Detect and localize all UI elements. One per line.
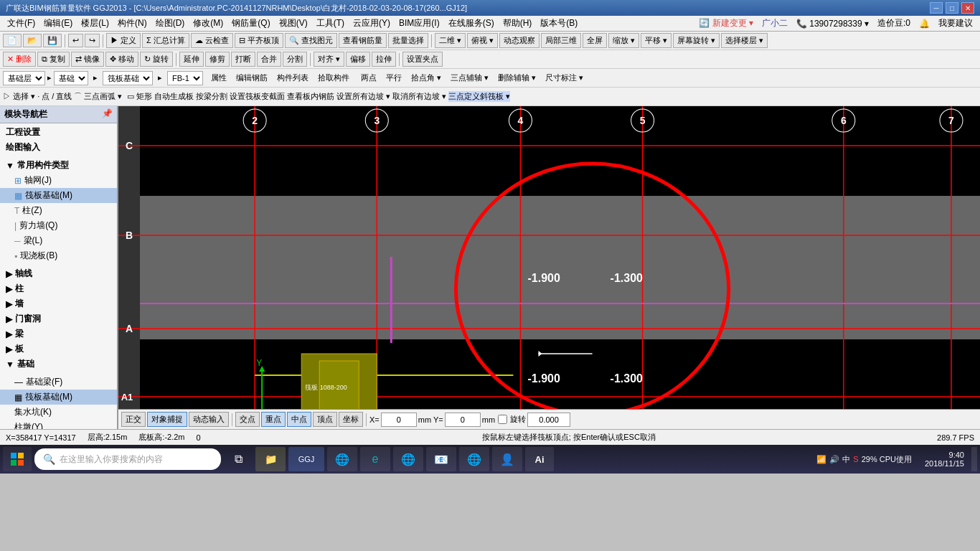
tb-set-vertex[interactable]: 设置夹点 bbox=[402, 52, 443, 67]
tb-save[interactable]: 💾 bbox=[43, 34, 62, 47]
taskbar-file-mgr[interactable]: 📁 bbox=[255, 447, 286, 471]
menu-phone[interactable]: 📞 13907298339 ▾ bbox=[792, 17, 873, 30]
tb-view-rebar[interactable]: 查看钢筋量 bbox=[339, 33, 387, 48]
tb-pick-angle[interactable]: 拾点角 ▾ bbox=[407, 72, 445, 84]
nav-common-header[interactable]: ▼ 常用构件类型 bbox=[0, 158, 117, 173]
tb-auto-gen[interactable]: 自动生成板 bbox=[154, 91, 194, 102]
nav-beam-header[interactable]: ▶ 梁 bbox=[0, 326, 117, 342]
start-button[interactable] bbox=[3, 447, 32, 471]
menu-file[interactable]: 文件(F) bbox=[3, 16, 39, 31]
maximize-button[interactable]: □ bbox=[946, 2, 958, 14]
center-btn[interactable]: 中点 bbox=[287, 412, 311, 427]
tb-comp-list[interactable]: 构件列表 bbox=[273, 72, 312, 84]
tb-copy[interactable]: ⧉ 复制 bbox=[37, 52, 70, 67]
show-desktop-btn[interactable] bbox=[971, 447, 977, 471]
tb-undo[interactable]: ↩ bbox=[68, 34, 83, 47]
tb-rotate[interactable]: ↻ 旋转 bbox=[140, 52, 173, 67]
menu-cost[interactable]: 造价豆:0 bbox=[873, 16, 915, 31]
minimize-button[interactable]: ─ bbox=[930, 2, 943, 14]
close-button[interactable]: ✕ bbox=[961, 2, 974, 14]
tb-view-top[interactable]: 俯视 ▾ bbox=[467, 33, 498, 48]
tb-offset[interactable]: 偏移 bbox=[346, 52, 370, 67]
nav-shear-wall[interactable]: | 剪力墙(Q) bbox=[0, 218, 117, 233]
tb-rect[interactable]: ▭ 矩形 bbox=[127, 91, 152, 102]
tb-2d[interactable]: 二维 ▾ bbox=[435, 33, 466, 48]
tb-move[interactable]: ✥ 移动 bbox=[105, 52, 138, 67]
intersection-btn[interactable]: 交点 bbox=[235, 412, 260, 427]
tb-del-axis[interactable]: 删除辅轴 ▾ bbox=[494, 72, 540, 84]
y-input[interactable] bbox=[445, 413, 481, 427]
tray-network[interactable]: 📶 bbox=[816, 455, 826, 464]
taskbar-user[interactable]: 👤 bbox=[492, 447, 522, 471]
menu-modify[interactable]: 修改(M) bbox=[189, 16, 227, 31]
tb-set-all-slope[interactable]: 设置所有边坡 ▾ bbox=[336, 91, 390, 102]
panel-pin-icon[interactable]: 📌 bbox=[102, 108, 113, 121]
tb-edit-rebar[interactable]: 编辑钢筋 bbox=[232, 72, 271, 84]
nav-foundation-header[interactable]: ▼ 基础 bbox=[0, 357, 117, 372]
tb-dynamic[interactable]: 动态观察 bbox=[499, 33, 540, 48]
menu-component[interactable]: 构件(N) bbox=[113, 16, 151, 31]
tb-arc[interactable]: ⌒ 三点画弧 ▾ bbox=[74, 91, 122, 102]
menu-online[interactable]: 在线服务(S) bbox=[444, 16, 499, 31]
tb-point[interactable]: · 点 bbox=[37, 91, 50, 102]
layer-select[interactable]: 基础层 bbox=[3, 71, 45, 85]
menu-floor[interactable]: 楼层(L) bbox=[77, 16, 113, 31]
tb-set-section[interactable]: 设置筏板变截面 bbox=[230, 91, 285, 102]
tb-property[interactable]: 属性 bbox=[207, 72, 230, 84]
tb-pan[interactable]: 平移 ▾ bbox=[641, 33, 672, 48]
tb-open[interactable]: 📂 bbox=[23, 34, 42, 47]
nav-sump[interactable]: 集水坑(K) bbox=[0, 405, 117, 420]
tb-delete[interactable]: ✕ 删除 bbox=[3, 52, 36, 67]
component-type-select[interactable]: 筏板基础 bbox=[103, 71, 153, 85]
nav-raft-foundation[interactable]: ▦ 筏板基础(M) bbox=[0, 188, 117, 203]
tb-mirror[interactable]: ⇄ 镜像 bbox=[71, 52, 104, 67]
object-snap-btn[interactable]: 对象捕捉 bbox=[147, 412, 187, 427]
dynamic-input-btn[interactable]: 动态输入 bbox=[189, 412, 229, 427]
tb-view-slab-rebar[interactable]: 查看板内钢筋 bbox=[287, 91, 334, 102]
taskbar-ie[interactable]: e bbox=[360, 447, 390, 471]
tb-three-point-axis[interactable]: 三点辅轴 ▾ bbox=[447, 72, 492, 84]
taskbar-email[interactable]: 📧 bbox=[426, 447, 456, 471]
tray-antivirus[interactable]: S bbox=[853, 455, 858, 463]
tb-find[interactable]: 🔍 查找图元 bbox=[285, 33, 337, 48]
nav-beam[interactable]: ─ 梁(L) bbox=[0, 233, 117, 248]
tb-batch-select[interactable]: 批量选择 bbox=[388, 33, 428, 48]
tb-align[interactable]: 对齐 ▾ bbox=[314, 52, 344, 67]
x-input[interactable] bbox=[381, 413, 417, 427]
menu-help[interactable]: 帮助(H) bbox=[499, 16, 537, 31]
tb-local-3d[interactable]: 局部三维 bbox=[541, 33, 581, 48]
tb-pick-comp[interactable]: 拾取构件 bbox=[314, 72, 353, 84]
tb-redo[interactable]: ↪ bbox=[85, 34, 100, 47]
tb-split[interactable]: 分割 bbox=[283, 52, 307, 67]
nav-col-header[interactable]: ▶ 柱 bbox=[0, 281, 117, 296]
tb-cancel-all-slope[interactable]: 取消所有边坡 ▾ bbox=[392, 91, 446, 102]
menu-cloud[interactable]: 云应用(Y) bbox=[349, 16, 395, 31]
vertex-btn[interactable]: 顶点 bbox=[313, 412, 337, 427]
task-view-btn[interactable]: ⧉ bbox=[224, 447, 253, 471]
menu-bim[interactable]: BIM应用(I) bbox=[395, 16, 444, 31]
nav-axis-header[interactable]: ▶ 轴线 bbox=[0, 266, 117, 281]
orthogonal-btn[interactable]: 正交 bbox=[121, 412, 146, 427]
nav-wall-header[interactable]: ▶ 墙 bbox=[0, 296, 117, 311]
nav-project-settings[interactable]: 工程设置 bbox=[0, 125, 117, 140]
menu-tools[interactable]: 工具(T) bbox=[312, 16, 349, 31]
menu-guangxiao[interactable]: 广小二 bbox=[758, 16, 792, 31]
tb-parallel[interactable]: 平行 bbox=[382, 72, 405, 84]
menu-view[interactable]: 视图(V) bbox=[275, 16, 312, 31]
midpoint-btn[interactable]: 重点 bbox=[261, 412, 286, 427]
floor-select[interactable]: 基础 bbox=[54, 71, 88, 85]
tb-fullscreen[interactable]: 全屏 bbox=[583, 33, 607, 48]
nav-found-beam[interactable]: — 基础梁(F) bbox=[0, 375, 117, 390]
nav-cast-slab[interactable]: ▪ 现浇板(B) bbox=[0, 248, 117, 263]
tb-split-beam[interactable]: 按梁分割 bbox=[196, 91, 227, 102]
tb-select-floor[interactable]: 选择楼层 ▾ bbox=[721, 33, 768, 48]
nav-col-pedestal[interactable]: 柱墩(Y) bbox=[0, 420, 117, 429]
rotate-checkbox[interactable] bbox=[498, 415, 507, 424]
tb-define[interactable]: ▶ 定义 bbox=[106, 33, 141, 48]
menu-new-change[interactable]: 🔄 新建变更 ▾ bbox=[694, 16, 758, 31]
taskbar-browser2[interactable]: 🌐 bbox=[393, 447, 423, 471]
taskbar-browser1[interactable]: 🌐 bbox=[327, 447, 357, 471]
tb-extend[interactable]: 延伸 bbox=[179, 52, 204, 67]
tb-zoom[interactable]: 缩放 ▾ bbox=[608, 33, 639, 48]
tb-flat-top[interactable]: ⊟ 平齐板顶 bbox=[235, 33, 283, 48]
